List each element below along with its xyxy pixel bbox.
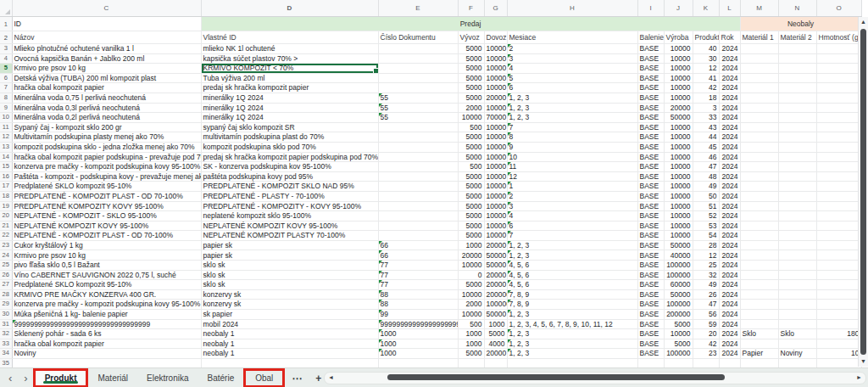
cell-J13[interactable]: 10000 — [664, 142, 693, 152]
cell-G7[interactable]: 10000 — [484, 83, 507, 93]
cell-O34[interactable]: 10 — [816, 349, 861, 359]
cell-I28[interactable]: BASE — [637, 289, 664, 300]
cell-G26[interactable]: 20000 — [484, 270, 507, 280]
cell-L12[interactable]: 2024 — [719, 132, 740, 143]
cell-K9[interactable]: 3 — [693, 103, 719, 113]
cell-G32[interactable]: 5000 — [484, 329, 507, 339]
cell-K24[interactable]: 12 — [693, 250, 719, 261]
cell-C10[interactable]: Minerálna voda 0,2l perlivá neochutená — [12, 113, 201, 123]
cell-K23[interactable]: 28 — [693, 240, 719, 250]
cell-C24[interactable]: Krmivo pre psov 10 kg — [12, 250, 201, 261]
cell-C33[interactable]: hračka obal kompozit papier — [12, 339, 201, 349]
cell-J21[interactable]: 10000 — [664, 221, 693, 231]
cell-E6[interactable] — [378, 73, 458, 83]
cell-H33[interactable]: 1, 2, 3 — [507, 339, 637, 349]
vertical-scrollbar-thumb[interactable] — [860, 29, 866, 355]
cell-L15[interactable]: 2024 — [719, 162, 740, 172]
cell-H28[interactable]: 7, 8, 9 — [507, 289, 637, 300]
cell-L6[interactable]: 2024 — [719, 73, 740, 83]
cell-E3[interactable] — [378, 44, 458, 54]
cell-K20[interactable]: 52 — [693, 211, 719, 222]
cell-I26[interactable]: BASE — [637, 270, 664, 280]
cell-G25[interactable]: 50000 — [484, 261, 507, 271]
cell-F27[interactable]: 5000 — [458, 280, 484, 290]
cell-F9[interactable]: 2000 — [458, 103, 484, 113]
cell-G27[interactable]: 20000 — [484, 280, 507, 290]
cell-C30[interactable]: Múka pšeničná 1 kg- balenie papier — [12, 310, 201, 320]
cell-O24[interactable] — [816, 250, 861, 261]
cell-L10[interactable]: 2024 — [719, 113, 740, 123]
row-header-2[interactable]: 2 — [0, 31, 12, 44]
cell-O18[interactable] — [816, 191, 861, 201]
cell-E28[interactable]: 88 — [378, 289, 458, 300]
cell-E34[interactable]: 1000 — [378, 349, 458, 359]
cell-D10[interactable]: minerálky 1Q 2024 — [201, 113, 378, 123]
cell-F32[interactable]: 1000 — [458, 329, 484, 339]
cell-K30[interactable]: 56 — [693, 310, 719, 320]
cell-N28[interactable] — [778, 289, 816, 300]
cell-M10[interactable] — [740, 113, 778, 123]
cell-G33[interactable]: 4000 — [484, 339, 507, 349]
cell-C8[interactable]: Minerálna voda 0,75 l perlivá neochutená — [12, 93, 201, 103]
column-header-K[interactable]: K — [693, 0, 719, 17]
row-header-6[interactable]: 6 — [0, 73, 12, 83]
cell-K12[interactable]: 44 — [693, 132, 719, 143]
cell-L17[interactable]: 2024 — [719, 182, 740, 192]
tab-obal[interactable]: Obal — [243, 368, 285, 387]
cell-I8[interactable]: BASE — [637, 93, 664, 103]
cell-E18[interactable] — [378, 191, 458, 201]
cell-M19[interactable] — [740, 201, 778, 211]
cell-J14[interactable]: 10000 — [664, 152, 693, 162]
cell-O5[interactable] — [816, 64, 861, 74]
row-header-10[interactable]: 10 — [0, 113, 12, 123]
cell-E4[interactable] — [378, 53, 458, 64]
cell-D9[interactable]: minerálky 1Q 2024 — [201, 103, 378, 113]
cell-E9[interactable]: 55 — [378, 103, 458, 113]
cell-F30[interactable]: 10000 — [458, 310, 484, 320]
cell-F19[interactable]: 5000 — [458, 201, 484, 211]
cell-I23[interactable]: BASE — [637, 240, 664, 250]
cell-E16[interactable] — [378, 171, 458, 182]
cell-O23[interactable] — [816, 240, 861, 250]
scroll-down-icon[interactable]: ▼ — [859, 357, 868, 366]
cell-M18[interactable] — [740, 191, 778, 201]
row-header-20[interactable]: 20 — [0, 211, 12, 222]
cell-K28[interactable]: 26 — [693, 289, 719, 300]
cell-C34[interactable]: Noviny — [12, 349, 201, 359]
cell-K11[interactable]: 43 — [693, 122, 719, 132]
header-I2[interactable]: Balenie — [637, 31, 664, 44]
cell-M12[interactable] — [740, 132, 778, 143]
cell-C31[interactable]: 9999999999999999999999999999999999 — [12, 319, 201, 329]
cell-L23[interactable]: 2024 — [719, 240, 740, 250]
cell-K8[interactable]: 18 — [693, 93, 719, 103]
row-header-16[interactable]: 16 — [0, 171, 12, 182]
cell-N25[interactable] — [778, 261, 816, 271]
cell-L19[interactable]: 2024 — [719, 201, 740, 211]
cell-H32[interactable]: 1, 2, 3 — [507, 329, 637, 339]
cell-O32[interactable]: 180 — [816, 329, 861, 339]
cell-G31[interactable]: 1000 — [484, 319, 507, 329]
cell-M4[interactable] — [740, 53, 778, 64]
cell-C6[interactable]: Detská výživa (TUBA) 200 ml kompozit pla… — [12, 73, 201, 83]
cell-D4[interactable]: kapsička súčet plastov 70% > — [201, 53, 378, 64]
vertical-scrollbar[interactable]: ▲ ▼ — [858, 17, 868, 367]
cell-N22[interactable] — [778, 231, 816, 241]
cell-F6[interactable]: 5000 — [458, 73, 484, 83]
cell-I13[interactable]: BASE — [637, 142, 664, 152]
cell-O12[interactable] — [816, 132, 861, 143]
cell-F28[interactable]: 10000 — [458, 289, 484, 300]
cell-K27[interactable]: 49 — [693, 280, 719, 290]
cell-L16[interactable]: 2024 — [719, 171, 740, 182]
cell-L13[interactable]: 2024 — [719, 142, 740, 152]
cell-H27[interactable]: 4, 5, 6 — [507, 280, 637, 290]
cell-L7[interactable]: 2024 — [719, 83, 740, 93]
header-N2[interactable]: Materiál 2 — [778, 31, 816, 44]
cell-H9[interactable]: 1, 2, 3 — [507, 103, 637, 113]
cell-E13[interactable] — [378, 142, 458, 152]
tab-produkt[interactable]: Produkt — [33, 368, 89, 387]
row-header-5[interactable]: 5 — [0, 64, 12, 74]
row-header-12[interactable]: 12 — [0, 132, 12, 143]
row-header-27[interactable]: 27 — [0, 280, 12, 290]
cell-N13[interactable] — [778, 142, 816, 152]
cell-N21[interactable] — [778, 221, 816, 231]
